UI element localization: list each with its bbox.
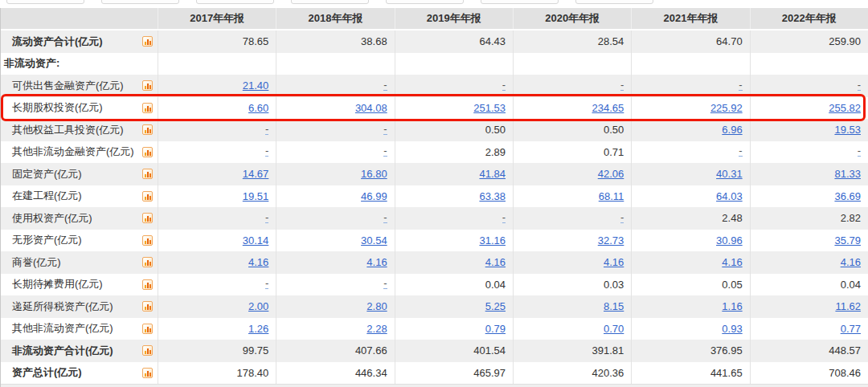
bar-chart-icon[interactable] [142, 191, 153, 202]
empty-value-dash[interactable]: - [265, 214, 268, 223]
value-link[interactable]: 31.16 [479, 234, 506, 246]
value-link[interactable]: 21.40 [243, 79, 269, 92]
value-link[interactable]: 0.93 [722, 323, 742, 335]
cutoff-button[interactable] [575, 0, 653, 4]
value-link[interactable]: 4.16 [841, 256, 861, 268]
value-cell: - [276, 207, 394, 230]
row-label-cell: 其他非流动资产(亿元) [1, 318, 158, 340]
value-link[interactable]: 304.08 [355, 102, 387, 114]
value-link[interactable]: 46.99 [361, 190, 387, 202]
value-link[interactable]: 255.82 [829, 102, 861, 114]
bar-chart-icon[interactable] [142, 147, 153, 157]
value-link[interactable]: 4.16 [604, 256, 624, 268]
value-link[interactable]: 68.11 [599, 190, 624, 202]
empty-value-dash[interactable]: - [383, 147, 387, 157]
empty-value-dash[interactable]: - [265, 125, 268, 135]
bar-chart-icon[interactable] [142, 36, 153, 47]
bar-chart-icon[interactable] [142, 324, 153, 334]
cutoff-button[interactable] [101, 0, 179, 4]
value-link[interactable]: 8.15 [604, 300, 624, 312]
bar-chart-icon[interactable] [142, 80, 153, 91]
value-link[interactable]: 234.65 [592, 102, 624, 114]
cutoff-button[interactable] [386, 0, 464, 4]
empty-value-dash[interactable]: - [620, 81, 624, 91]
bar-chart-icon[interactable] [142, 235, 153, 246]
table-row: 在建工程(亿元)19.5146.9963.3868.1164.0336.69 [1, 185, 868, 208]
value-link[interactable]: 5.25 [485, 300, 506, 312]
value-link[interactable]: 4.16 [366, 256, 387, 268]
value-text: 446.34 [355, 367, 387, 379]
value-cell: 441.65 [631, 362, 749, 385]
value-link[interactable]: 0.70 [604, 323, 624, 335]
value-link[interactable]: 2.80 [366, 300, 387, 312]
bar-chart-icon[interactable] [142, 169, 153, 179]
empty-value-dash[interactable]: - [502, 214, 506, 223]
value-link[interactable]: 6.60 [248, 102, 268, 114]
value-link[interactable]: 63.38 [479, 190, 506, 202]
value-link[interactable]: 6.96 [722, 124, 742, 136]
value-link[interactable]: 1.16 [722, 300, 742, 312]
value-link[interactable]: 2.00 [248, 300, 268, 312]
empty-value-dash[interactable]: - [620, 214, 624, 223]
bar-chart-icon[interactable] [142, 124, 153, 135]
empty-value-dash[interactable]: - [502, 81, 506, 91]
value-link[interactable]: 1.26 [248, 323, 268, 335]
cutoff-button[interactable] [291, 0, 369, 4]
value-link[interactable]: 81.33 [834, 168, 861, 180]
cutoff-button[interactable] [6, 0, 84, 4]
value-link[interactable]: 42.06 [598, 168, 624, 180]
bar-chart-icon[interactable] [142, 103, 153, 113]
empty-value-dash[interactable]: - [858, 147, 861, 157]
value-link[interactable]: 0.79 [485, 323, 506, 335]
table-row: 长期股权投资(亿元)6.60304.08251.53234.65225.9225… [1, 97, 868, 120]
cutoff-button[interactable] [481, 0, 559, 4]
empty-value-dash[interactable]: - [383, 214, 387, 223]
value-link[interactable]: 4.16 [248, 256, 268, 268]
bar-chart-icon[interactable] [142, 368, 153, 378]
cutoff-button[interactable] [196, 0, 274, 4]
value-link[interactable]: 35.79 [834, 234, 861, 246]
bar-chart-icon[interactable] [142, 301, 153, 312]
table-row: 使用权资产(亿元)----2.482.82 [1, 207, 868, 230]
value-link[interactable]: 41.84 [479, 168, 506, 180]
empty-value-dash[interactable]: - [739, 147, 742, 157]
value-link[interactable]: 16.80 [361, 168, 387, 180]
empty-value-dash[interactable]: - [858, 81, 861, 91]
value-link[interactable]: 30.54 [361, 234, 387, 246]
empty-value-dash[interactable]: - [265, 147, 268, 157]
value-link[interactable]: 32.73 [598, 234, 624, 246]
value-link[interactable]: 4.16 [722, 256, 742, 268]
value-link[interactable]: 19.53 [834, 124, 861, 136]
bar-chart-icon[interactable] [142, 345, 153, 356]
value-link[interactable]: 30.14 [243, 234, 269, 246]
value-link[interactable]: 30.96 [716, 234, 743, 246]
empty-value-dash[interactable]: - [383, 81, 387, 91]
value-link[interactable]: 251.53 [473, 102, 506, 114]
value-cell: 2.48 [631, 207, 749, 230]
value-text: 448.57 [829, 344, 861, 356]
value-cell: 36.69 [750, 185, 868, 208]
value-link[interactable]: 36.69 [834, 190, 861, 202]
bar-chart-icon[interactable] [142, 257, 153, 267]
empty-value-dash[interactable]: - [739, 81, 742, 91]
table-body: 流动资产合计(亿元)78.6538.6864.4328.5464.70259.9… [1, 31, 868, 384]
value-link[interactable]: 0.77 [841, 323, 861, 335]
value-link[interactable]: 19.51 [243, 190, 269, 202]
value-link[interactable]: 11.62 [835, 300, 861, 312]
value-cell: 2.00 [158, 295, 276, 318]
empty-value-dash[interactable]: - [383, 125, 387, 135]
bar-chart-icon[interactable] [142, 213, 153, 223]
empty-value-dash[interactable]: - [383, 279, 387, 289]
value-link[interactable]: 14.67 [243, 168, 269, 180]
value-link[interactable]: 4.16 [485, 256, 506, 268]
empty-value-dash[interactable]: - [265, 279, 268, 289]
value-link[interactable]: 40.31 [716, 168, 743, 180]
value-cell: 465.97 [395, 362, 513, 385]
row-label: 其他权益工具投资(亿元) [12, 123, 124, 137]
bar-chart-icon[interactable] [142, 279, 153, 290]
value-link[interactable]: 64.03 [716, 190, 743, 202]
value-cell: 99.75 [158, 340, 276, 362]
value-link[interactable]: 225.92 [710, 102, 743, 114]
value-text: 0.04 [485, 279, 506, 291]
value-link[interactable]: 2.28 [366, 323, 387, 335]
